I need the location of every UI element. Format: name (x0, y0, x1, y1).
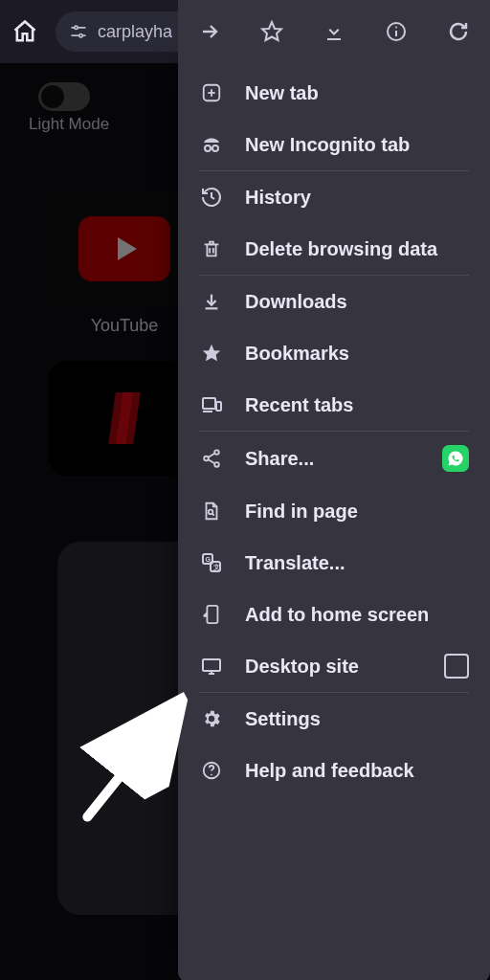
menu-label: Desktop site (245, 656, 423, 678)
share-icon (199, 446, 224, 471)
downloads-icon (199, 289, 224, 314)
svg-text:G: G (206, 556, 212, 563)
svg-rect-36 (203, 659, 220, 671)
svg-line-30 (212, 514, 214, 516)
desktop-checkbox[interactable] (444, 654, 469, 679)
svg-text:文: 文 (212, 563, 220, 571)
svg-rect-21 (203, 398, 215, 409)
trash-icon (199, 236, 224, 261)
menu-delete-data[interactable]: Delete browsing data (199, 223, 469, 275)
menu-toolbar (178, 0, 490, 63)
menu-downloads[interactable]: Downloads (199, 276, 469, 327)
menu-bookmarks[interactable]: Bookmarks (199, 327, 469, 379)
help-icon (199, 758, 224, 783)
menu-find[interactable]: Find in page (199, 485, 469, 537)
star-icon[interactable] (260, 20, 283, 43)
menu-label: Translate... (245, 552, 469, 574)
menu-incognito[interactable]: New Incognito tab (199, 119, 469, 170)
menu-new-tab[interactable]: New tab (199, 67, 469, 119)
menu-body: New tab New Incognito tab History Delete… (178, 63, 490, 800)
menu-help[interactable]: Help and feedback (199, 745, 469, 796)
svg-marker-6 (262, 22, 281, 40)
find-in-page-icon (199, 499, 224, 523)
menu-label: Recent tabs (245, 394, 469, 416)
forward-icon[interactable] (198, 20, 221, 43)
svg-rect-22 (216, 402, 221, 411)
svg-marker-20 (203, 345, 220, 361)
gear-icon (199, 706, 224, 731)
menu-label: History (245, 187, 469, 209)
menu-label: Bookmarks (245, 343, 469, 365)
history-icon (199, 185, 224, 210)
desktop-icon (199, 654, 224, 679)
menu-translate[interactable]: G文 Translate... (199, 537, 469, 589)
menu-add-home[interactable]: Add to home screen (199, 589, 469, 640)
whatsapp-icon (442, 445, 469, 472)
menu-share[interactable]: Share... (199, 432, 469, 485)
menu-settings[interactable]: Settings (199, 693, 469, 745)
menu-label: Settings (245, 708, 469, 730)
refresh-icon[interactable] (447, 20, 470, 43)
svg-point-0 (75, 26, 78, 29)
menu-label: Help and feedback (245, 760, 469, 782)
plus-box-icon (199, 80, 224, 105)
translate-icon: G文 (199, 550, 224, 575)
download-icon[interactable] (323, 20, 345, 43)
overflow-menu: New tab New Incognito tab History Delete… (178, 63, 490, 980)
devices-icon (199, 392, 224, 417)
menu-desktop[interactable]: Desktop site (199, 640, 469, 692)
svg-point-1 (79, 34, 82, 37)
add-to-home-icon (199, 602, 224, 627)
menu-label: Find in page (245, 501, 469, 523)
svg-line-28 (208, 459, 214, 464)
svg-point-40 (211, 774, 212, 776)
info-icon[interactable] (385, 20, 408, 43)
menu-label: Downloads (245, 291, 469, 313)
menu-label: New tab (245, 82, 469, 104)
url-text: carplayha (98, 22, 172, 42)
page-area: Light Mode YouTube Netflix YouTube Music (0, 63, 490, 980)
menu-history[interactable]: History (199, 171, 469, 223)
incognito-icon (199, 132, 224, 157)
menu-label: New Incognito tab (245, 134, 469, 156)
menu-label: Add to home screen (245, 604, 469, 626)
svg-rect-35 (207, 606, 217, 623)
svg-point-14 (212, 145, 218, 151)
svg-point-13 (205, 145, 211, 151)
menu-label: Share... (245, 448, 421, 470)
svg-line-27 (208, 454, 214, 458)
home-button[interactable] (4, 11, 46, 53)
svg-point-9 (395, 27, 397, 29)
menu-label: Delete browsing data (245, 238, 469, 260)
svg-point-29 (209, 510, 213, 515)
star-filled-icon (199, 341, 224, 366)
menu-recent-tabs[interactable]: Recent tabs (199, 379, 469, 431)
